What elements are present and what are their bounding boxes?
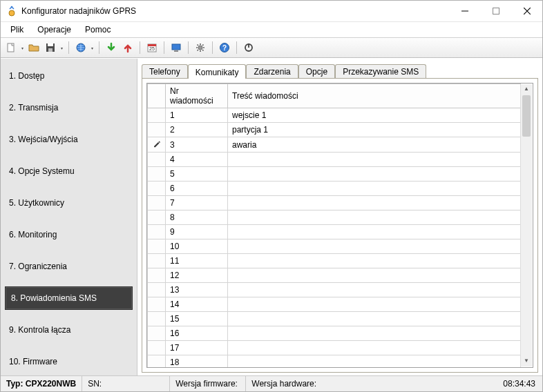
table-row[interactable]: 1wejscie 1 [148, 108, 521, 123]
sidebar-item-3[interactable]: 4. Opcje Systemu [1, 159, 137, 183]
cell-nr[interactable]: 4 [166, 153, 228, 167]
cell-content[interactable] [228, 153, 521, 167]
cell-nr[interactable]: 18 [166, 355, 228, 368]
table-row[interactable]: 17 [148, 341, 521, 355]
sidebar-item-9[interactable]: 10. Firmware [1, 350, 137, 373]
cell-content[interactable] [228, 283, 521, 297]
cell-content[interactable] [228, 254, 521, 268]
svg-rect-6 [48, 48, 53, 52]
menu-pomoc[interactable]: Pomoc [78, 23, 117, 36]
tab-1[interactable]: Komunikaty [188, 64, 247, 79]
table-row[interactable]: 2partycja 1 [148, 123, 521, 137]
globe-icon[interactable] [73, 40, 88, 55]
sidebar-item-5[interactable]: 6. Monitoring [1, 223, 137, 246]
column-content[interactable]: Treść wiadomości [228, 84, 521, 108]
table-row[interactable]: 16 [148, 326, 521, 341]
cell-content[interactable] [228, 355, 521, 368]
scroll-up-icon[interactable]: ▲ [522, 84, 531, 94]
cell-nr[interactable]: 1 [166, 108, 228, 123]
table-row[interactable]: 5 [148, 167, 521, 182]
sidebar-item-1[interactable]: 2. Transmisja [1, 96, 137, 119]
table-row[interactable]: 7 [148, 196, 521, 210]
cell-nr[interactable]: 15 [166, 312, 228, 326]
cell-content[interactable] [228, 182, 521, 196]
save-dropdown-icon[interactable]: ▾ [59, 46, 64, 50]
table-row[interactable]: 15 [148, 312, 521, 326]
close-button[interactable] [511, 1, 542, 21]
minimize-button[interactable] [449, 1, 480, 21]
cell-nr[interactable]: 16 [166, 326, 228, 341]
column-nr[interactable]: Nr wiadomości [166, 84, 228, 108]
status-type-value: CPX220NWB [26, 379, 76, 389]
vertical-scrollbar[interactable]: ▲ ▼ [520, 84, 532, 366]
cell-content[interactable] [228, 239, 521, 254]
cell-nr[interactable]: 5 [166, 167, 228, 182]
cell-nr[interactable]: 14 [166, 297, 228, 312]
table-row[interactable]: 10 [148, 239, 521, 254]
cell-content[interactable]: awaria [228, 137, 521, 153]
tab-4[interactable]: Przekazywanie SMS [335, 64, 426, 78]
cell-content[interactable] [228, 312, 521, 326]
table-row[interactable]: 13 [148, 283, 521, 297]
upload-arrow-icon[interactable] [120, 40, 135, 55]
cell-content[interactable] [228, 341, 521, 355]
new-dropdown-icon[interactable]: ▾ [20, 46, 25, 50]
sidebar-item-4[interactable]: 5. Użytkownicy [1, 191, 137, 215]
cell-content[interactable] [228, 210, 521, 225]
menu-plik[interactable]: Plik [3, 23, 30, 36]
cell-nr[interactable]: 7 [166, 196, 228, 210]
cell-content[interactable]: wejscie 1 [228, 108, 521, 123]
tab-0[interactable]: Telefony [142, 64, 188, 78]
table-row[interactable]: 14 [148, 297, 521, 312]
help-icon[interactable]: ? [217, 40, 232, 55]
cell-nr[interactable]: 3 [166, 137, 228, 153]
table-row[interactable]: 12 [148, 268, 521, 283]
column-marker[interactable] [148, 84, 166, 108]
cell-nr[interactable]: 9 [166, 225, 228, 239]
sidebar-item-2[interactable]: 3. Wejścia/Wyjścia [1, 128, 137, 151]
cell-nr[interactable]: 13 [166, 283, 228, 297]
cell-nr[interactable]: 12 [166, 268, 228, 283]
menu-operacje[interactable]: Operacje [30, 23, 78, 36]
table-row[interactable]: 9 [148, 225, 521, 239]
cell-nr[interactable]: 6 [166, 182, 228, 196]
save-icon[interactable] [43, 40, 58, 55]
sidebar-item-8[interactable]: 9. Kontrola łącza [1, 318, 137, 342]
scroll-down-icon[interactable]: ▼ [522, 356, 531, 366]
cell-nr[interactable]: 2 [166, 123, 228, 137]
table-row[interactable]: 6 [148, 182, 521, 196]
maximize-button[interactable] [480, 1, 511, 21]
sidebar-item-7[interactable]: 8. Powiadomienia SMS [5, 286, 133, 310]
cell-nr[interactable]: 11 [166, 254, 228, 268]
cell-nr[interactable]: 8 [166, 210, 228, 225]
globe-dropdown-icon[interactable]: ▾ [90, 46, 95, 50]
open-folder-icon[interactable] [26, 40, 41, 55]
download-arrow-icon[interactable] [104, 40, 119, 55]
cell-content[interactable] [228, 297, 521, 312]
table-row[interactable]: 3awaria [148, 137, 521, 153]
power-icon[interactable] [241, 40, 256, 55]
cell-content[interactable] [228, 196, 521, 210]
cell-content[interactable] [228, 326, 521, 341]
table-row[interactable]: 18 [148, 355, 521, 368]
new-file-icon[interactable] [3, 40, 19, 55]
monitor-icon[interactable] [169, 40, 184, 55]
tab-3[interactable]: Opcje [298, 64, 335, 78]
cell-content[interactable] [228, 225, 521, 239]
gear-icon[interactable] [193, 40, 208, 55]
sidebar-item-6[interactable]: 7. Ograniczenia [1, 255, 137, 278]
messages-table[interactable]: Nr wiadomości Treść wiadomości 1wejscie … [147, 84, 521, 367]
calendar-icon[interactable]: 25 [144, 40, 160, 55]
cell-content[interactable] [228, 268, 521, 283]
table-row[interactable]: 11 [148, 254, 521, 268]
cell-nr[interactable]: 10 [166, 239, 228, 254]
cell-content[interactable]: partycja 1 [228, 123, 521, 137]
svg-text:?: ? [222, 44, 227, 52]
table-row[interactable]: 8 [148, 210, 521, 225]
tab-2[interactable]: Zdarzenia [246, 64, 298, 78]
sidebar-item-0[interactable]: 1. Dostęp [1, 64, 137, 88]
cell-nr[interactable]: 17 [166, 341, 228, 355]
table-row[interactable]: 4 [148, 153, 521, 167]
scroll-thumb[interactable] [522, 95, 531, 137]
cell-content[interactable] [228, 167, 521, 182]
